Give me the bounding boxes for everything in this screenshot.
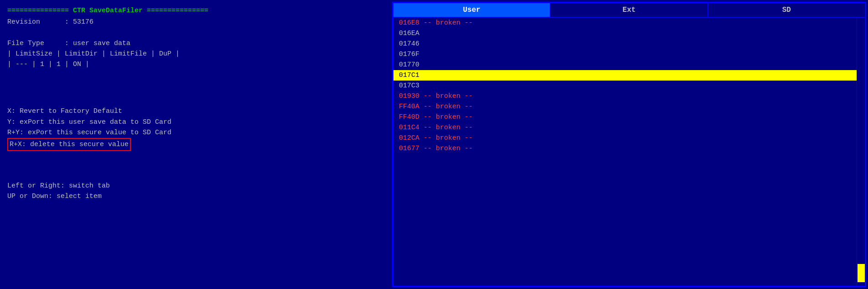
- nav-section: Left or Right: switch tab UP or Down: se…: [7, 181, 385, 202]
- list-item[interactable]: 016EA: [393, 28, 857, 39]
- filetype-label: File Type: [7, 40, 44, 47]
- table-row: | --- | 1 | 1 | ON |: [7, 59, 385, 70]
- left-panel: =============== CTR SaveDataFiler ======…: [0, 0, 392, 289]
- right-panel: User Ext SD 016E8 -- broken --016EA01746…: [392, 2, 866, 287]
- scrollbar-track[interactable]: [857, 18, 865, 286]
- list-item[interactable]: 0176F: [393, 49, 857, 60]
- filetype-value: : user save data: [65, 40, 130, 47]
- revision-value: : 53176: [65, 18, 93, 26]
- list-item[interactable]: 016E8 -- broken --: [393, 18, 857, 28]
- title: =============== CTR SaveDataFiler ======…: [7, 5, 385, 16]
- tabs-row: User Ext SD: [393, 3, 865, 18]
- list-item[interactable]: 01677 -- broken --: [393, 143, 857, 154]
- commands-section: X: Revert to Factory Default Y: exPort t…: [7, 106, 385, 151]
- cmd1: X: Revert to Factory Default: [7, 106, 385, 117]
- cmd4-highlighted: R+X: delete this secure value: [7, 138, 131, 151]
- tab-user[interactable]: User: [393, 3, 551, 17]
- filetype-line: File Type : user save data: [7, 38, 385, 49]
- scrollbar-thumb[interactable]: [858, 264, 865, 282]
- table-header: | LimitSize | LimitDir | LimitFile | DuP…: [7, 49, 385, 59]
- tab-ext[interactable]: Ext: [551, 3, 708, 17]
- list-item[interactable]: 011C4 -- broken --: [393, 122, 857, 133]
- cmd2: Y: exPort this user save data to SD Card: [7, 117, 385, 127]
- list-item[interactable]: 017C1: [393, 70, 857, 81]
- list-area: 016E8 -- broken --016EA017460176F0177001…: [393, 18, 865, 286]
- revision-label: Revision: [7, 18, 40, 26]
- list-items: 016E8 -- broken --016EA017460176F0177001…: [393, 18, 857, 286]
- list-item[interactable]: 012CA -- broken --: [393, 133, 857, 143]
- list-item[interactable]: FF40D -- broken --: [393, 112, 857, 122]
- list-item[interactable]: 01930 -- broken --: [393, 91, 857, 101]
- cmd4-line: R+X: delete this secure value: [7, 138, 385, 151]
- tab-sd[interactable]: SD: [708, 3, 865, 17]
- cmd3: R+Y: exPort this secure value to SD Card: [7, 127, 385, 138]
- list-item[interactable]: FF40A -- broken --: [393, 101, 857, 112]
- revision-line: Revision : 53176: [7, 17, 385, 27]
- nav1: Left or Right: switch tab: [7, 181, 385, 191]
- list-item[interactable]: 01770: [393, 60, 857, 70]
- list-item[interactable]: 01746: [393, 39, 857, 49]
- list-item[interactable]: 017C3: [393, 81, 857, 91]
- nav2: UP or Down: select item: [7, 191, 385, 202]
